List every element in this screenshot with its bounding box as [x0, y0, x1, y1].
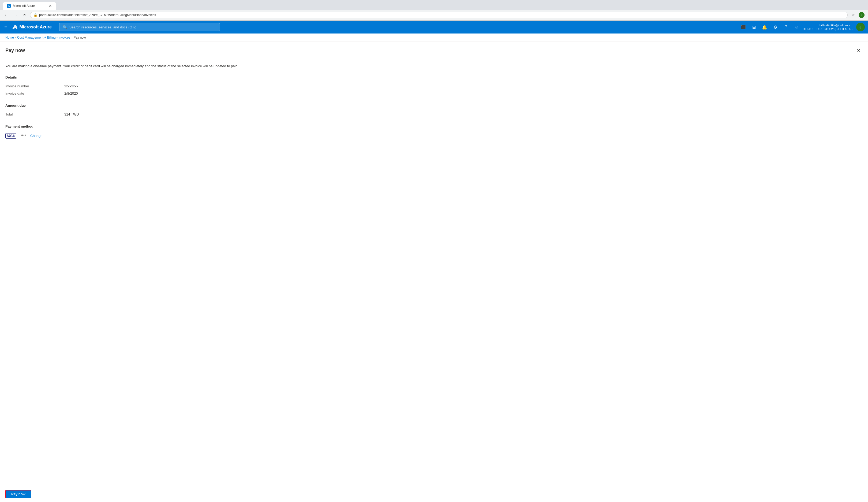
details-section: Details Invoice number xxxxxxxx Invoice …	[6, 75, 862, 97]
notifications-button[interactable]: 🔔	[760, 22, 769, 32]
back-icon: ←	[4, 13, 9, 18]
refresh-icon: ↻	[23, 13, 27, 18]
azure-header: ≡ Microsoft Azure 🔍 Search resources, se…	[0, 21, 868, 33]
close-icon: ✕	[857, 48, 860, 53]
azure-search-bar[interactable]: 🔍 Search resources, services, and docs (…	[59, 23, 220, 31]
settings-button[interactable]: ⚙	[771, 22, 780, 32]
cloud-shell-button[interactable]: ⬛	[738, 22, 748, 32]
user-avatar[interactable]: J	[856, 23, 865, 31]
app-name-text: Microsoft Azure	[20, 25, 52, 30]
star-button[interactable]: ☆	[849, 11, 857, 19]
bell-icon: 🔔	[762, 25, 767, 30]
user-initial: J	[859, 25, 861, 29]
breadcrumb-billing[interactable]: Cost Management + Billing - Invoices	[17, 35, 70, 39]
address-text: portal.azure.com/#blade/Microsoft_Azure_…	[39, 13, 844, 17]
panel-footer: Pay now	[0, 486, 868, 490]
user-info: billtest456tw@outlook.c... DEFAULT DIREC…	[803, 23, 853, 31]
feedback-icon: ☺	[795, 25, 799, 30]
amount-due-heading: Amount due	[6, 103, 862, 107]
tab-close-button[interactable]: ✕	[49, 4, 52, 8]
back-button[interactable]: ←	[3, 11, 10, 19]
invoice-number-label: Invoice number	[6, 84, 64, 88]
panel-header: Pay now ✕	[0, 42, 868, 58]
address-bar[interactable]: 🔒 portal.azure.com/#blade/Microsoft_Azur…	[30, 12, 848, 18]
invoice-date-value: 2/8/2020	[64, 91, 78, 95]
payment-method-section: Payment method VISA **** Change	[6, 124, 862, 140]
refresh-button[interactable]: ↻	[21, 11, 28, 19]
breadcrumb-separator-1: ›	[15, 35, 16, 39]
profile-button[interactable]: J	[858, 11, 865, 19]
lock-icon: 🔒	[33, 13, 38, 17]
amount-due-section: Amount due Total 314 TWD	[6, 103, 862, 118]
breadcrumb-separator-2: ›	[71, 35, 72, 39]
panel-description: You are making a one-time payment. Your …	[6, 63, 862, 69]
invoice-number-value: xxxxxxxx	[64, 84, 78, 88]
total-label: Total	[6, 112, 64, 116]
browser-toolbar: ← → ↻ 🔒 portal.azure.com/#blade/Microsof…	[0, 10, 868, 21]
hamburger-button[interactable]: ≡	[3, 23, 8, 31]
invoice-number-row: Invoice number xxxxxxxx	[6, 83, 862, 90]
payment-method-heading: Payment method	[6, 124, 862, 129]
pay-now-button[interactable]: Pay now	[6, 490, 31, 490]
search-icon: 🔍	[63, 25, 67, 29]
cloud-shell-icon: ⬛	[741, 25, 746, 30]
breadcrumb-current: Pay now	[73, 35, 86, 39]
panel-close-button[interactable]: ✕	[854, 46, 862, 55]
tab-favicon: A	[7, 4, 11, 8]
feedback-button[interactable]: ☺	[792, 22, 802, 32]
total-row: Total 314 TWD	[6, 111, 862, 118]
panel-body: You are making a one-time payment. Your …	[0, 58, 868, 152]
panel-title: Pay now	[6, 48, 25, 53]
forward-icon: →	[13, 13, 18, 18]
breadcrumb: Home › Cost Management + Billing - Invoi…	[0, 33, 868, 42]
user-directory: DEFAULT DIRECTORY (BILLTEST4...	[803, 27, 853, 31]
card-dots: ****	[21, 134, 26, 138]
total-value: 314 TWD	[64, 112, 79, 116]
gear-icon: ⚙	[773, 25, 777, 30]
directory-icon: ⊞	[752, 25, 756, 30]
azure-logo-icon	[11, 24, 18, 30]
browser-tab[interactable]: A Microsoft Azure ✕	[3, 2, 56, 10]
help-button[interactable]: ?	[781, 22, 791, 32]
header-actions: ⬛ ⊞ 🔔 ⚙ ? ☺ billtest456tw@outlook.c... D…	[738, 22, 865, 32]
tab-title: Microsoft Azure	[13, 4, 35, 8]
directory-button[interactable]: ⊞	[749, 22, 759, 32]
invoice-date-row: Invoice date 2/8/2020	[6, 90, 862, 97]
user-email: billtest456tw@outlook.c...	[819, 23, 853, 27]
help-icon: ?	[785, 25, 787, 30]
invoice-date-label: Invoice date	[6, 91, 64, 95]
azure-logo[interactable]: Microsoft Azure	[11, 24, 52, 30]
breadcrumb-home[interactable]: Home	[6, 35, 14, 39]
search-placeholder-text: Search resources, services, and docs (G+…	[69, 25, 136, 29]
browser-actions: ☆ J	[849, 11, 865, 19]
details-heading: Details	[6, 75, 862, 79]
profile-circle-icon: J	[859, 12, 865, 18]
visa-badge: VISA	[6, 133, 16, 139]
change-link[interactable]: Change	[30, 134, 43, 138]
hamburger-icon: ≡	[4, 24, 7, 30]
payment-method-row: VISA **** Change	[6, 132, 862, 140]
main-content: Pay now ✕ You are making a one-time paym…	[0, 42, 868, 490]
forward-button[interactable]: →	[12, 11, 19, 19]
